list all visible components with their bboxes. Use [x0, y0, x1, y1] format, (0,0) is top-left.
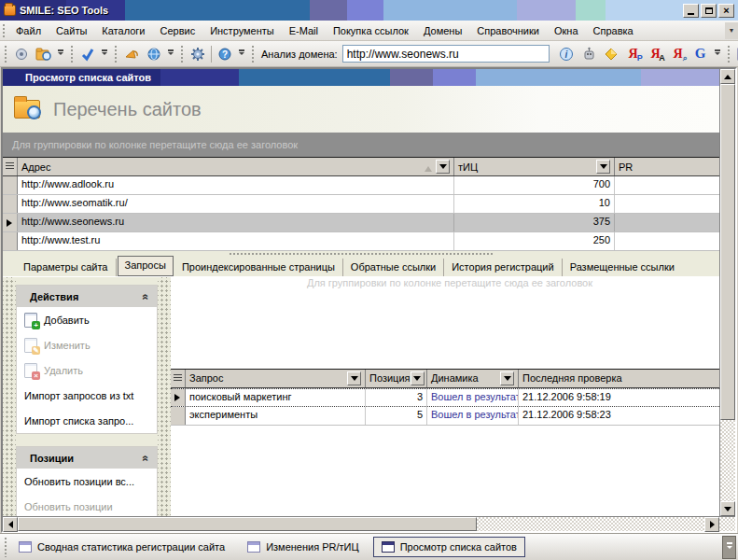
horizontal-scroll-thumb[interactable]: [18, 517, 477, 531]
toolbar-grip[interactable]: [4, 45, 8, 63]
tools-button[interactable]: [187, 43, 209, 65]
site-pr-cell[interactable]: [615, 195, 719, 213]
query-row[interactable]: поисковый маркетинг3Вошел в результаты21…: [171, 388, 719, 407]
window-tab-3[interactable]: Просмотр списка сайтов: [373, 537, 525, 557]
scroll-up-button[interactable]: [720, 69, 735, 84]
sidebar-panel-header[interactable]: Позиции«: [17, 447, 157, 469]
close-button[interactable]: ×: [718, 4, 734, 18]
tab-1[interactable]: Параметры сайта: [16, 259, 117, 276]
menu-item-файл[interactable]: Файл: [8, 22, 49, 39]
query-filter-button[interactable]: [347, 371, 361, 385]
query-text-cell[interactable]: поисковый маркетинг: [186, 389, 366, 406]
row-selector-cell[interactable]: [3, 232, 18, 250]
toolbar-grip[interactable]: [114, 45, 118, 63]
domain-info-button[interactable]: i: [555, 43, 578, 65]
sidebar-item[interactable]: Обновить позиции вс...: [17, 469, 157, 494]
tab-5[interactable]: История регистраций: [444, 259, 562, 276]
column-header-position[interactable]: Позиция: [366, 370, 427, 387]
toolbar-dropdown-icon[interactable]: [236, 43, 247, 65]
collapse-chevron-icon[interactable]: «: [140, 455, 153, 461]
column-header-query[interactable]: Запрос: [186, 370, 366, 387]
sidebar-splitter-right[interactable]: [158, 277, 171, 516]
menu-overflow-button[interactable]: ▾: [725, 22, 738, 39]
column-header-address[interactable]: Адрес: [18, 158, 454, 175]
sidebar-item[interactable]: +Добавить: [17, 307, 157, 332]
menu-item-справка[interactable]: Справка: [586, 22, 641, 39]
site-tic-cell[interactable]: 375: [454, 214, 615, 231]
query-position-cell[interactable]: 5: [366, 407, 427, 425]
site-list-button[interactable]: [33, 43, 55, 65]
tab-3[interactable]: Проиндексированные страницы: [174, 259, 343, 276]
toolbar-grip[interactable]: [70, 45, 75, 63]
site-row[interactable]: http://www.test.ru250: [3, 232, 719, 251]
column-header-pr[interactable]: PR: [615, 158, 719, 175]
row-selector-cell[interactable]: [3, 176, 18, 194]
tab-4[interactable]: Обратные ссылки: [343, 259, 444, 276]
sidebar-splitter-left[interactable]: [3, 277, 16, 516]
toolbar-dropdown-icon[interactable]: [55, 43, 66, 65]
toolbar-grip[interactable]: [727, 45, 731, 63]
domain-input[interactable]: [342, 45, 550, 63]
position-filter-button[interactable]: [411, 371, 425, 385]
vertical-scroll-track[interactable]: [720, 420, 735, 501]
toolbar-dropdown-icon[interactable]: [712, 43, 723, 65]
analysis-button[interactable]: [600, 43, 622, 65]
horizontal-scroll-track[interactable]: [477, 517, 704, 531]
site-address-cell[interactable]: http://www.seonews.ru: [18, 214, 454, 231]
query-text-cell[interactable]: эксперименты: [186, 407, 366, 425]
query-last-check-cell[interactable]: 21.12.2006 9:58:19: [519, 389, 719, 406]
tic-filter-button[interactable]: [596, 160, 610, 174]
menu-item-инструменты[interactable]: Инструменты: [202, 22, 282, 39]
column-header-last-check[interactable]: Последняя проверка: [519, 370, 719, 387]
tab-6[interactable]: Размещенные ссылки: [563, 259, 682, 276]
check-flag-button[interactable]: [77, 43, 99, 65]
address-filter-button[interactable]: [436, 160, 450, 174]
scroll-left-button[interactable]: [3, 517, 18, 532]
site-pr-cell[interactable]: [615, 214, 719, 231]
query-last-check-cell[interactable]: 21.12.2006 9:58:23: [519, 407, 719, 425]
yandex-search-button[interactable]: Я⌕: [667, 43, 689, 65]
site-tic-cell[interactable]: 10: [454, 195, 615, 213]
query-position-cell[interactable]: 3: [366, 389, 427, 406]
collapse-chevron-icon[interactable]: «: [140, 293, 153, 300]
settings-button[interactable]: [10, 43, 33, 65]
site-tic-cell[interactable]: 700: [454, 176, 615, 194]
sites-groupby-bar[interactable]: Для группировки по колонке перетащите сю…: [3, 133, 719, 158]
site-tic-cell[interactable]: 250: [454, 232, 615, 250]
site-address-cell[interactable]: http://www.test.ru: [18, 232, 454, 250]
row-selector-cell[interactable]: [3, 214, 18, 231]
google-button[interactable]: G: [689, 43, 712, 65]
taskbar-grip[interactable]: [4, 537, 8, 557]
query-row[interactable]: эксперименты5Вошел в результаты21.12.200…: [171, 407, 719, 426]
menu-item-окна[interactable]: Окна: [547, 22, 586, 39]
toolbar-grip[interactable]: [180, 45, 185, 63]
dynamics-filter-button[interactable]: [500, 371, 514, 385]
menu-grip[interactable]: [2, 23, 7, 37]
query-dynamics-cell[interactable]: Вошел в результаты: [427, 407, 519, 425]
announce-button[interactable]: [120, 43, 143, 65]
site-row[interactable]: http://www.seomatik.ru/10: [3, 195, 719, 214]
horizontal-splitter[interactable]: [3, 251, 719, 258]
sidebar-item[interactable]: Импорт списка запро...: [17, 408, 157, 433]
taskbar-overflow-button[interactable]: [722, 536, 736, 559]
site-address-cell[interactable]: http://www.seomatik.ru/: [18, 195, 454, 213]
menu-item-домены[interactable]: Домены: [416, 22, 469, 39]
toolbar-dropdown-icon[interactable]: [99, 43, 110, 65]
site-row[interactable]: http://www.adlook.ru700: [3, 176, 719, 195]
queries-groupby-bar[interactable]: Для группировки по колонке перетащите сю…: [171, 277, 719, 370]
yandex-pr-button[interactable]: ЯP: [622, 43, 645, 65]
menu-item-каталоги[interactable]: Каталоги: [94, 22, 152, 39]
site-pr-cell[interactable]: [615, 176, 719, 194]
scroll-down-button[interactable]: [720, 501, 735, 516]
query-dynamics-cell[interactable]: Вошел в результаты: [427, 389, 519, 406]
scroll-right-button[interactable]: [704, 517, 719, 532]
minimize-button[interactable]: [683, 4, 699, 18]
row-selector-cell[interactable]: [3, 195, 18, 213]
web-button[interactable]: [143, 43, 165, 65]
column-header-dynamics[interactable]: Динамика: [427, 370, 519, 387]
web-help-button[interactable]: ?: [214, 43, 236, 65]
row-selector-cell[interactable]: [171, 407, 186, 425]
site-row[interactable]: http://www.seonews.ru375: [3, 214, 719, 232]
vertical-scrollbar[interactable]: [719, 69, 735, 516]
yandex-position-button[interactable]: ЯA: [645, 43, 667, 65]
